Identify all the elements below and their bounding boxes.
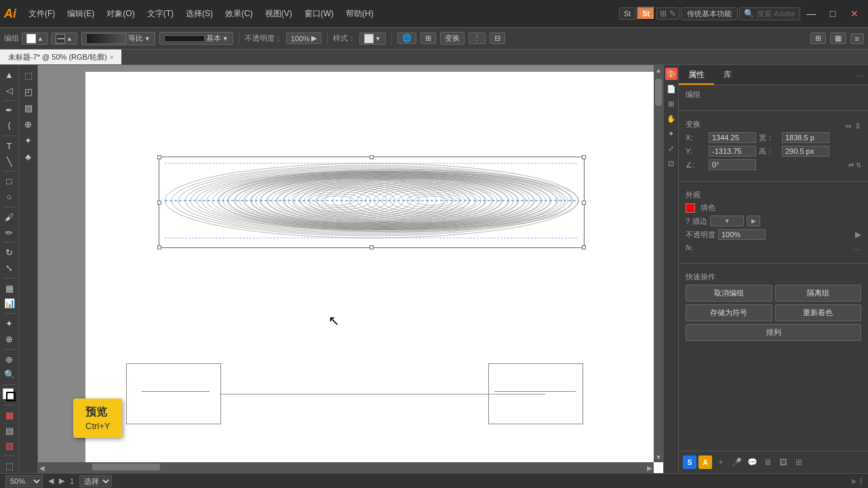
lt2-2[interactable]: ◰ [21,84,36,99]
ri-doc[interactable]: 📄 [665,83,677,95]
fill-swatch[interactable] [686,203,695,213]
menu-file[interactable]: 文件(F) [23,5,60,22]
menu-select[interactable]: 选择(S) [180,5,218,22]
sa-icon-chat[interactable]: 💬 [745,455,759,469]
sa-icon-monitor[interactable]: 🖥 [761,455,774,469]
menu-edit[interactable]: 编辑(E) [62,5,100,22]
zoom-select[interactable]: 50% 100% 200% [5,475,43,487]
y-value[interactable]: -1313.75 [709,146,756,157]
properties-tab[interactable]: 属性 [679,65,714,85]
window-close[interactable]: ✕ [845,4,864,23]
panel-toggle-btn[interactable]: ▦ [830,33,846,44]
lt2-1[interactable]: ⬚ [21,68,36,83]
page-back-btn[interactable]: ◀ [48,476,54,485]
canvas-area[interactable]: ↖ ▲ ▼ ◀ ▶ 预览 Ctrl+Y [38,65,663,473]
scroll-down-btn[interactable]: ▼ [654,452,663,462]
arrange-btn[interactable]: ⋮ [469,33,486,44]
style-button[interactable]: St [637,7,655,20]
x-value[interactable]: 1344.25 [709,132,756,143]
ellipse-tool[interactable]: ○ [2,190,17,204]
pencil-tool[interactable]: ✏ [2,226,17,240]
menu-object[interactable]: 对象(O) [101,5,140,22]
stroke-field[interactable]: ? 描边 ▼ ▶ [686,216,760,226]
style-swatch-btn[interactable]: ▼ [359,33,386,45]
lt2-6[interactable]: ♣ [21,149,36,164]
align-btn[interactable]: ⊞ [420,33,436,44]
sa-icon-img[interactable]: 🖼 [776,455,790,469]
lt2-5[interactable]: ✦ [21,133,36,148]
save-symbol-btn[interactable]: 存储为符号 [686,304,772,321]
handle-mr[interactable] [582,201,586,205]
workspace-selector[interactable]: 传统基本功能 [681,7,738,20]
menu-type[interactable]: 文字(T) [142,5,179,22]
menu-help[interactable]: 帮助(H) [340,5,379,22]
transform-btn[interactable]: 变换 [440,32,465,45]
handle-tr[interactable] [582,155,586,159]
menu-view[interactable]: 视图(V) [260,5,298,22]
sa-icon-s[interactable]: S [683,455,696,469]
panel-more-btn[interactable]: … [852,65,868,85]
scroll-left-btn[interactable]: ◀ [38,463,46,473]
recolor-btn[interactable]: 重新着色 [775,304,862,321]
transform-lock-btn[interactable]: ⇔ [845,121,852,131]
ri-expand[interactable]: ⤢ [665,142,677,155]
arrange2-btn[interactable]: ⊟ [490,33,505,44]
ri-hand[interactable]: ✋ [665,113,677,125]
handle-tc[interactable] [370,155,374,159]
zoom-tool[interactable]: ⊕ [2,352,17,367]
scroll-thumb-v[interactable] [655,79,662,106]
view-grid-btn[interactable]: ⊞ [810,33,826,44]
scroll-up-btn[interactable]: ▲ [654,65,663,75]
lt2-4[interactable]: ⊕ [21,117,36,131]
stroke-option-btn[interactable]: ▲ [51,33,77,45]
curvature-tool[interactable]: ⟨ [2,119,17,133]
lt2-3[interactable]: ▨ [21,100,36,115]
h-value[interactable]: 290.5 px [782,146,829,157]
paintbrush-tool[interactable]: 🖌 [2,210,17,224]
horizontal-scrollbar[interactable]: ◀ ▶ [38,462,654,473]
angle-value[interactable]: 0° [709,159,756,170]
select-tool[interactable]: ▲ [2,68,17,82]
scale-tool[interactable]: ⤡ [2,261,17,275]
rotate-tool[interactable]: ↻ [2,245,17,260]
transform-link-btn[interactable]: ⇕ [854,121,861,131]
stroke-controls[interactable]: ▼ [710,216,744,226]
warp-tool[interactable]: ⊕ [2,332,17,346]
sa-icon-a[interactable]: A [698,455,712,469]
page-forward-btn[interactable]: ▶ [59,476,64,485]
color-swatch3[interactable]: ▨ [2,439,17,453]
more-options-btn[interactable]: ≡ [850,33,864,44]
sa-icon-grid2[interactable]: ⊞ [792,455,806,469]
transform-flip-v[interactable]: ⇅ [856,161,861,169]
menu-effect[interactable]: 效果(C) [220,5,258,22]
status-select[interactable]: 选择 [79,475,112,487]
window-maximize[interactable]: □ [823,4,842,23]
bridge-button[interactable]: St [619,7,635,20]
pen-tool[interactable]: ✒ [2,103,17,117]
window-minimize[interactable]: — [802,4,821,23]
stroke-color-btn[interactable]: ▲ [22,33,48,45]
ri-star[interactable]: ✦ [665,127,677,140]
line-tool[interactable]: ╲ [2,155,17,169]
cancel-group-btn[interactable]: 取消编组 [686,285,772,302]
magnify-tool[interactable]: 🔍 [2,368,17,382]
graph-tool[interactable]: ▦ [2,281,17,296]
transform2-tool[interactable]: ✦ [2,317,17,331]
ri-grid[interactable]: ⊞ [665,98,677,110]
ri-crop[interactable]: ⊡ [665,157,677,169]
opacity-value-btn[interactable]: 100% ▶ [286,33,321,44]
document-tab[interactable]: 未标题-7* @ 50% (RGB/轮廓) × [0,49,122,64]
width-profile-btn[interactable]: 等比 ▼ [81,32,155,45]
ri-color[interactable]: 🎨 [665,68,677,80]
vertical-scrollbar[interactable]: ▲ ▼ [654,65,663,462]
opacity-value2[interactable]: 100% [718,229,766,240]
sa-icon-mic[interactable]: 🎤 [730,455,743,469]
w-value[interactable]: 1838.5 p [782,132,829,143]
library-tab[interactable]: 库 [714,65,741,85]
opacity-more-btn[interactable]: ▶ [855,230,861,239]
stroke-more[interactable]: ▶ [747,216,760,226]
handle-br[interactable] [582,245,586,249]
tab-close-btn[interactable]: × [110,54,114,61]
direct-select-tool[interactable]: ◁ [2,83,17,98]
handle-bl[interactable] [157,245,161,249]
